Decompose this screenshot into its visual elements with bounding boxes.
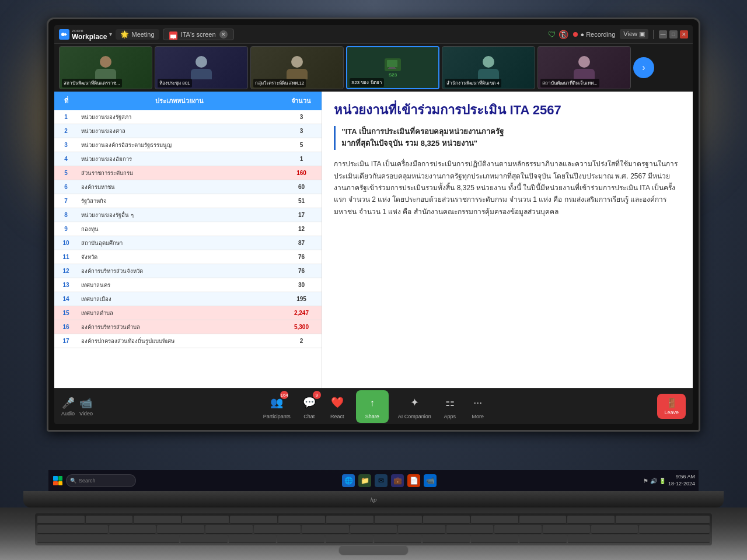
ai-companion-button[interactable]: ✦ AI Companion — [398, 393, 431, 419]
cell-name: องค์การบริหารส่วนจังหวัด — [78, 264, 281, 278]
taskbar-app-acrobat[interactable]: 📄 — [407, 474, 420, 487]
laptop-outer: zoom Workplace ▾ 🌟 Meeting ITA's scre — [0, 0, 747, 560]
participant-thumb-2[interactable]: ห้องประชุม 801 — [155, 46, 248, 89]
table-row: 11จังหวัด76 — [54, 250, 322, 264]
table-row: 5ส่วนราชการระดับกรม160 — [54, 166, 322, 180]
minimize-button[interactable]: — — [659, 30, 667, 38]
taskbar-app-zoom[interactable]: 📹 — [424, 474, 437, 487]
taskbar-app-mail[interactable]: ✉ — [375, 474, 388, 487]
key — [229, 535, 276, 543]
close-button[interactable]: ✕ — [680, 30, 688, 38]
cell-name: รัฐวิสาหกิจ — [78, 194, 281, 208]
cell-name: องค์กรปกครองส่วนท้องถิ่นรูปแบบพิเศษ — [78, 334, 281, 348]
key — [180, 535, 228, 543]
cell-num: 5 — [54, 166, 78, 180]
cell-name: หน่วยงานของรัฐสภา — [78, 110, 281, 124]
maximize-button[interactable]: □ — [669, 30, 678, 38]
apps-label: Apps — [444, 414, 456, 419]
more-icon: ··· — [469, 393, 487, 412]
audio-label: Audio — [61, 411, 75, 416]
key — [519, 516, 567, 524]
bottom-left: 🎤 Audio 📹 Video — [61, 397, 93, 416]
chat-button[interactable]: 💬 9 Chat — [300, 393, 319, 419]
key-enter — [639, 525, 710, 533]
cell-name: หน่วยงานของอัยการ — [78, 152, 281, 166]
video-icon: 📹 — [79, 397, 92, 410]
zoom-titlebar: zoom Workplace ▾ 🌟 Meeting ITA's scre — [54, 25, 693, 44]
svg-rect-5 — [387, 60, 397, 67]
participants-button[interactable]: 👥 164 Participants — [263, 393, 291, 419]
edge-icon: 🌐 — [344, 477, 353, 485]
info-title: หน่วยงานที่เข้าร่วมการประเมิน ITA 2567 — [334, 102, 681, 119]
participant-thumb-5[interactable]: สำนักงานพัฒนาที่ดินเขต 4 — [442, 46, 535, 89]
leave-button[interactable]: 🚪 Leave — [657, 394, 686, 419]
col-name-header: ประเภทหน่วยงาน — [78, 94, 281, 108]
camera-off-icon: 📵 — [558, 30, 568, 39]
cell-count: 87 — [281, 236, 322, 250]
key-tab — [37, 525, 108, 533]
cell-num: 16 — [54, 320, 78, 334]
screen-share-stop[interactable]: ✕ — [219, 30, 228, 38]
screen-share-badge: ITA's screen ✕ — [163, 29, 234, 40]
key-shift-r — [568, 535, 710, 543]
touchpad[interactable] — [338, 545, 409, 555]
mail-icon: ✉ — [378, 477, 384, 485]
table-row: 16องค์การบริหารส่วนตำบล5,300 — [54, 320, 322, 334]
chat-label: Chat — [303, 414, 315, 419]
taskbar-app-edge[interactable]: 🌐 — [342, 474, 355, 487]
taskbar-app-files[interactable]: 📁 — [358, 474, 371, 487]
key — [254, 525, 301, 533]
cell-num: 12 — [54, 264, 78, 278]
table-row: 17องค์กรปกครองส่วนท้องถิ่นรูปแบบพิเศษ2 — [54, 334, 322, 348]
next-participant-button[interactable]: › — [633, 57, 654, 78]
cell-count: 160 — [281, 166, 322, 180]
video-button[interactable]: 📹 Video — [79, 397, 93, 416]
windows-search-bar[interactable]: 🔍 Search — [66, 474, 136, 487]
participant-thumb-6[interactable]: สถาบันพัฒนาที่ดินเจ็นเทพ... — [537, 46, 631, 89]
key — [423, 516, 470, 524]
search-placeholder: Search — [79, 478, 96, 484]
more-button[interactable]: ··· More — [469, 393, 487, 419]
info-quote-text: "ITA เป็นการประเมินที่ครอบคลุมหน่วยงานภา… — [341, 127, 503, 148]
windows-start-button[interactable] — [52, 475, 64, 487]
meeting-icon: 🌟 — [120, 30, 129, 38]
laptop-screen-bezel: zoom Workplace ▾ 🌟 Meeting ITA's scre — [47, 18, 700, 432]
cell-name: สถาบันอุดมศึกษา — [78, 236, 281, 250]
zoom-dropdown-icon[interactable]: ▾ — [109, 31, 112, 37]
react-button[interactable]: ❤️ React — [328, 393, 347, 419]
more-label: More — [472, 414, 484, 419]
svg-point-4 — [173, 38, 174, 39]
col-num-header: ที่ — [54, 94, 78, 108]
info-body: การประเมิน ITA เป็นเครื่องมือการประเมินก… — [334, 158, 681, 218]
svg-point-0 — [61, 33, 65, 36]
cell-count: 3 — [281, 124, 322, 138]
table-row: 8หน่วยงานของรัฐอื่น ๆ17 — [54, 208, 322, 222]
key — [591, 525, 638, 533]
table-row: 15เทศบาลตำบล2,247 — [54, 306, 322, 320]
participant-label-2: ห้องประชุม 801 — [158, 79, 192, 88]
key-row-2 — [37, 525, 710, 533]
cell-name: ส่วนราชการระดับกรม — [78, 166, 281, 180]
zoom-logo: zoom Workplace ▾ — [59, 29, 112, 40]
view-button[interactable]: View ▣ — [620, 29, 648, 39]
laptop-screen: zoom Workplace ▾ 🌟 Meeting ITA's scre — [54, 25, 693, 424]
cell-name: จังหวัด — [78, 250, 281, 264]
key-backspace — [616, 516, 710, 524]
ai-icon: ✦ — [405, 393, 424, 412]
svg-rect-7 — [388, 68, 396, 69]
meeting-badge: 🌟 Meeting — [116, 29, 159, 40]
participants-label: Participants — [263, 414, 291, 419]
key — [157, 525, 204, 533]
share-button[interactable]: ↑ Share — [356, 390, 389, 423]
apps-button[interactable]: ⚏ Apps — [441, 393, 459, 419]
recording-dot — [573, 32, 578, 37]
participant-label-4: S23 ของ นิตยา — [350, 78, 384, 87]
taskbar-app-teams[interactable]: 💼 — [391, 474, 404, 487]
key — [446, 525, 494, 533]
cell-count: 3 — [281, 110, 322, 124]
table-row: 6องค์กรมหาชน60 — [54, 180, 322, 194]
audio-button[interactable]: 🎤 Audio — [61, 397, 75, 416]
participant-thumb-4[interactable]: S23 S23 ของ นิตยา — [346, 46, 439, 89]
participant-thumb-1[interactable]: สถาบันพัฒนาที่ดินแดรราช... — [59, 46, 152, 89]
participant-thumb-3[interactable]: กลุ่มวิเคราะห์ดิน สทพ.12 — [250, 46, 344, 89]
